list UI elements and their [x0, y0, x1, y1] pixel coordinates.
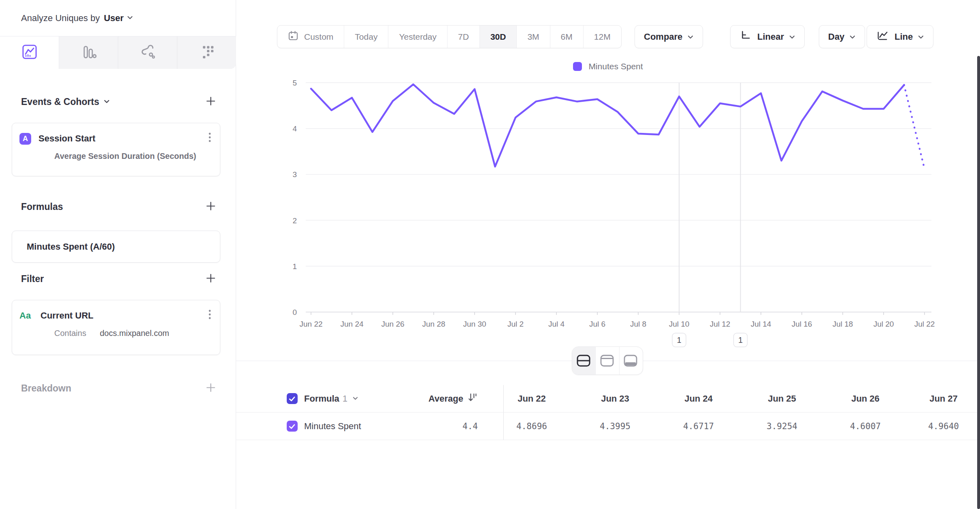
- string-property-icon: Aa: [19, 310, 33, 321]
- date-range-label: 30D: [490, 32, 506, 42]
- add-filter-button[interactable]: [205, 273, 216, 285]
- average-column-header[interactable]: Average: [428, 394, 463, 404]
- granularity-label: Day: [828, 32, 844, 42]
- tab-insights-line[interactable]: [0, 36, 59, 69]
- tab-retention-curve[interactable]: [118, 36, 177, 69]
- chevron-down-icon: [918, 32, 924, 42]
- date-range-label: 7D: [458, 32, 469, 42]
- split-view-icon: [576, 354, 592, 367]
- chevron-down-icon: [127, 15, 133, 22]
- vertical-scrollbar-thumb[interactable]: [977, 56, 980, 509]
- date-range-label: Today: [355, 32, 377, 42]
- mixpanel-insights-report: Analyze Uniques by User: [0, 0, 980, 509]
- date-range-yesterday[interactable]: Yesterday: [388, 26, 447, 48]
- date-column-header: Jun 25: [740, 394, 824, 404]
- date-range-label: Custom: [304, 32, 333, 42]
- chart-only-icon: [600, 354, 615, 367]
- scale-label: Linear: [757, 32, 784, 42]
- svg-text:0: 0: [292, 308, 297, 317]
- add-formula-button[interactable]: [205, 201, 216, 213]
- event-aggregation[interactable]: Average Session Duration (Seconds): [12, 145, 220, 170]
- svg-text:1: 1: [292, 262, 297, 271]
- kebab-menu-icon[interactable]: [208, 309, 212, 322]
- series-line-incomplete-segment: [904, 85, 925, 169]
- date-column-header: Jun 26: [824, 394, 907, 404]
- y-axis-scale-button[interactable]: Linear: [730, 25, 805, 48]
- svg-text:Jun 22: Jun 22: [299, 320, 322, 328]
- cell-value: 4.6717: [683, 421, 714, 431]
- date-range-6m[interactable]: 6M: [550, 26, 584, 48]
- analyze-uniques-label: Analyze Uniques by: [21, 13, 100, 24]
- date-range-label: 3M: [527, 32, 539, 42]
- event-letter-badge: A: [19, 133, 31, 145]
- date-range-3m[interactable]: 3M: [517, 26, 550, 48]
- filter-value[interactable]: docs.mixpanel.com: [100, 329, 169, 338]
- granularity-button[interactable]: Day: [819, 25, 865, 48]
- layout-split-view-button[interactable]: [572, 347, 596, 374]
- layout-chart-only-button[interactable]: [596, 347, 619, 374]
- formula-expression: Minutes Spent (A/60): [27, 242, 115, 252]
- events-cohorts-title: Events & Cohorts: [21, 96, 99, 107]
- filter-operator[interactable]: Contains: [54, 329, 86, 338]
- svg-text:3: 3: [292, 170, 297, 179]
- line-chart-type-icon: [876, 30, 889, 44]
- svg-text:Jun 26: Jun 26: [381, 320, 404, 328]
- svg-text:Jul 22: Jul 22: [914, 320, 935, 328]
- date-range-7d[interactable]: 7D: [447, 26, 480, 48]
- line-chart: 01234511Jun 22Jun 24Jun 26Jun 28Jun 30Ju…: [236, 57, 980, 349]
- date-column-header: Jun 24: [657, 394, 740, 404]
- breakdown-section-header: Breakdown: [21, 382, 216, 395]
- cell-value: 4.8696: [516, 421, 547, 431]
- svg-text:Jul 18: Jul 18: [833, 320, 853, 328]
- date-range-label: Yesterday: [399, 32, 437, 42]
- chevron-down-icon: [687, 32, 694, 42]
- kebab-menu-icon[interactable]: [208, 132, 212, 145]
- date-range-12m[interactable]: 12M: [584, 26, 621, 48]
- date-range-custom[interactable]: Custom: [277, 26, 344, 48]
- cell-value: 3.9254: [767, 421, 797, 431]
- compare-button[interactable]: Compare: [635, 25, 703, 48]
- chart-type-label: Line: [895, 32, 913, 42]
- select-all-checkbox[interactable]: [287, 393, 298, 404]
- svg-text:Jul 16: Jul 16: [792, 320, 812, 328]
- svg-text:Jul 2: Jul 2: [507, 320, 524, 328]
- add-event-button[interactable]: [205, 96, 216, 108]
- date-range-30d[interactable]: 30D: [480, 26, 517, 48]
- chevron-down-icon[interactable]: [103, 98, 110, 106]
- chevron-down-icon: [352, 395, 358, 402]
- flows-dots-icon: [199, 44, 215, 62]
- formulas-section-header: Formulas: [21, 201, 216, 213]
- analyze-uniques-header: Analyze Uniques by User: [0, 0, 236, 36]
- visualization-tabs: [0, 36, 236, 69]
- svg-text:Jul 12: Jul 12: [710, 320, 731, 328]
- date-range-today[interactable]: Today: [344, 26, 388, 48]
- column-divider: [503, 413, 504, 440]
- breakdown-title: Breakdown: [21, 383, 71, 394]
- table-only-icon: [623, 354, 639, 367]
- svg-text:Jun 30: Jun 30: [463, 320, 486, 328]
- cell-value: 4.9640: [928, 421, 959, 431]
- date-column-header: Jun 27: [907, 394, 980, 404]
- svg-text:1: 1: [677, 336, 681, 344]
- chevron-down-icon: [789, 32, 795, 42]
- svg-text:Jul 10: Jul 10: [669, 320, 690, 328]
- analyze-by-value-dropdown[interactable]: User: [104, 13, 124, 24]
- layout-table-only-button[interactable]: [620, 347, 643, 374]
- sort-descending-icon[interactable]: [467, 392, 478, 405]
- events-cohorts-section-header: Events & Cohorts: [21, 96, 216, 108]
- add-breakdown-button[interactable]: [205, 382, 216, 395]
- svg-text:1: 1: [738, 336, 743, 344]
- formulas-title: Formulas: [21, 201, 63, 212]
- event-card-session-start[interactable]: A Session Start Average Session Duration…: [12, 123, 220, 176]
- retention-curve-icon: [140, 44, 156, 62]
- series-group-header[interactable]: Formula1: [304, 394, 347, 404]
- tab-bar-chart[interactable]: [59, 36, 118, 69]
- svg-text:Jul 4: Jul 4: [548, 320, 565, 328]
- filter-card-current-url[interactable]: Aa Current URL Contains docs.mixpanel.co…: [12, 300, 220, 355]
- row-checkbox[interactable]: [287, 421, 298, 432]
- filter-section-header: Filter: [21, 273, 216, 285]
- chart-type-button[interactable]: Line: [867, 25, 933, 48]
- date-column-header: Jun 22: [490, 394, 573, 404]
- formula-card[interactable]: Minutes Spent (A/60): [12, 231, 220, 263]
- tab-flows[interactable]: [177, 36, 236, 69]
